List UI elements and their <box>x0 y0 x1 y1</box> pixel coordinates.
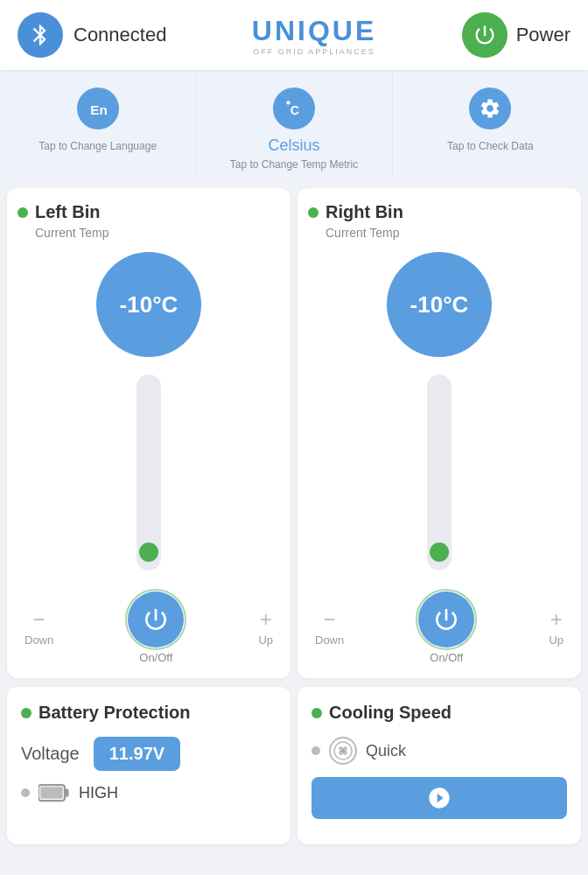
logo-sub: OFF GRID APPLIANCES <box>253 47 375 56</box>
bluetooth-icon <box>18 12 63 58</box>
left-bin-slider[interactable] <box>136 374 161 570</box>
data-label: Tap to Check Data <box>447 140 534 152</box>
plus-icon: + <box>550 609 563 630</box>
left-bin-up-button[interactable]: + Up <box>251 606 280 650</box>
power-area[interactable]: Power <box>462 12 570 58</box>
control-bar: En Tap to Change Language C Celsius Tap … <box>0 72 588 179</box>
celsius-label: Celsius <box>268 136 319 155</box>
logo-main: UNIQUE <box>252 15 376 47</box>
protection-level-row: HIGH <box>21 783 276 802</box>
cooling-speed-button[interactable] <box>312 777 567 819</box>
left-bin-down-button[interactable]: − Down <box>18 606 60 650</box>
svg-point-7 <box>341 749 345 752</box>
right-bin-down-button[interactable]: − Down <box>308 606 351 650</box>
speed-dot <box>312 746 320 755</box>
language-label: Tap to Change Language <box>38 140 157 152</box>
left-bin-slider-container[interactable] <box>18 374 280 570</box>
left-bin-power-button[interactable] <box>128 592 184 648</box>
right-bin-temp-circle: -10°C <box>387 252 492 357</box>
left-bin-status-dot <box>18 207 28 218</box>
voltage-row: Voltage 11.97V <box>21 737 276 771</box>
right-bin-power-button[interactable] <box>418 592 474 648</box>
temp-label: Tap to Change Temp Metric <box>230 158 359 171</box>
right-bin-card: Right Bin Current Temp -10°C − Down On/ <box>298 188 581 678</box>
right-bin-up-button[interactable]: + Up <box>542 606 570 650</box>
left-bin-subtitle: Current Temp <box>35 226 109 240</box>
level-dot <box>21 788 30 797</box>
cooling-card: Cooling Speed Quick <box>298 687 581 844</box>
right-bin-slider-thumb <box>430 542 449 562</box>
language-icon-circle: En <box>77 88 119 130</box>
left-bin-slider-thumb <box>139 542 158 562</box>
connection-area: Connected <box>18 12 166 58</box>
right-bin-subtitle: Current Temp <box>326 226 400 240</box>
left-bin-down-label: Down <box>24 634 53 647</box>
svg-text:C: C <box>290 103 299 117</box>
left-bin-onoff-label: On/Off <box>139 651 172 664</box>
data-control[interactable]: Tap to Check Data <box>393 72 588 179</box>
right-bin-title: Right Bin <box>326 202 403 222</box>
left-bin-header: Left Bin <box>18 202 100 222</box>
battery-card-header: Battery Protection <box>21 703 276 723</box>
battery-title: Battery Protection <box>38 703 190 723</box>
voltage-label: Voltage <box>21 744 80 764</box>
right-bin-temp: -10°C <box>410 291 469 318</box>
left-bin-temp-circle: -10°C <box>96 252 201 357</box>
battery-card: Battery Protection Voltage 11.97V HIGH <box>7 687 290 844</box>
svg-rect-5 <box>40 787 63 799</box>
cooling-status-dot <box>312 708 322 718</box>
protection-level-text: HIGH <box>79 784 118 802</box>
gear-icon-circle <box>469 88 511 130</box>
header: Connected UNIQUE OFF GRID APPLIANCES Pow… <box>0 0 588 70</box>
fan-icon <box>329 737 357 765</box>
battery-status-dot <box>21 708 32 718</box>
plus-icon: + <box>260 609 272 630</box>
svg-text:En: En <box>90 102 107 117</box>
language-control[interactable]: En Tap to Change Language <box>0 72 196 179</box>
left-bin-title: Left Bin <box>35 202 100 222</box>
temp-control[interactable]: C Celsius Tap to Change Temp Metric <box>196 72 392 179</box>
connected-label: Connected <box>74 24 166 46</box>
right-bin-status-dot <box>308 207 318 218</box>
power-label: Power <box>516 24 570 46</box>
svg-rect-4 <box>65 789 69 797</box>
right-bin-header: Right Bin <box>308 202 403 222</box>
right-bin-onoff-label: On/Off <box>430 651 463 664</box>
right-bin-slider-container[interactable] <box>308 374 570 570</box>
minus-icon: − <box>33 609 46 630</box>
temp-icon-circle: C <box>273 88 315 130</box>
right-bin-slider[interactable] <box>427 374 452 570</box>
logo-area: UNIQUE OFF GRID APPLIANCES <box>252 15 376 56</box>
right-bin-controls: − Down On/Off + Up <box>308 592 570 664</box>
cooling-title: Cooling Speed <box>329 703 452 723</box>
bins-container: Left Bin Current Temp -10°C − Down On/O <box>0 179 588 687</box>
speed-label: Quick <box>366 742 406 760</box>
right-bin-down-label: Down <box>315 634 344 647</box>
left-bin-temp: -10°C <box>120 291 178 318</box>
minus-icon: − <box>324 609 336 630</box>
right-bin-up-label: Up <box>549 634 564 647</box>
left-bin-controls: − Down On/Off + Up <box>18 592 280 664</box>
speed-row: Quick <box>312 737 567 765</box>
battery-icon <box>38 783 70 802</box>
left-bin-card: Left Bin Current Temp -10°C − Down On/O <box>7 188 290 678</box>
power-button[interactable] <box>462 12 508 58</box>
cooling-card-header: Cooling Speed <box>312 703 567 723</box>
left-bin-up-label: Up <box>258 634 273 647</box>
left-bin-power-col: On/Off <box>128 592 184 664</box>
bottom-container: Battery Protection Voltage 11.97V HIGH C… <box>0 687 588 851</box>
voltage-value: 11.97V <box>94 737 180 771</box>
right-bin-power-col: On/Off <box>418 592 474 664</box>
